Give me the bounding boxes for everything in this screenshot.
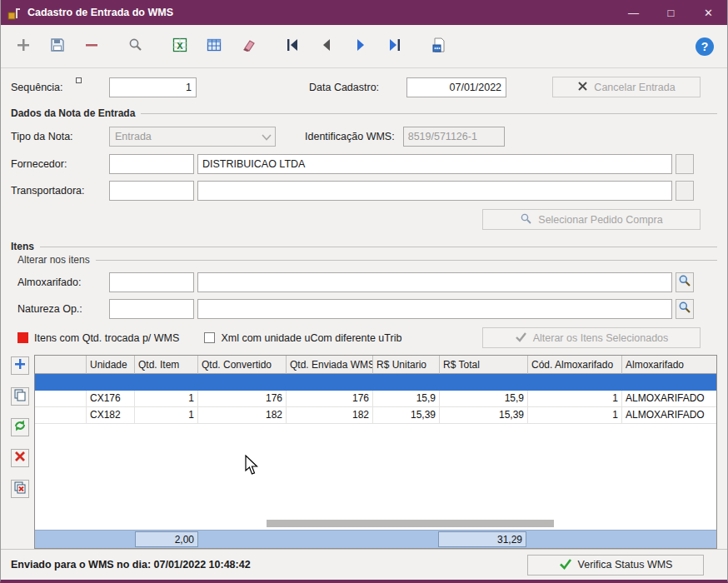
identificacao-wms-label: Identificação WMS: — [305, 131, 395, 142]
nav-last-button[interactable] — [384, 36, 406, 57]
almoxarifado-descricao-input[interactable] — [197, 272, 672, 292]
natureza-lookup-button[interactable] — [676, 299, 694, 319]
help-button[interactable]: ? — [694, 36, 716, 57]
cell-qtd-convertido[interactable]: 182 — [198, 407, 287, 424]
tipo-nota-select[interactable]: Entrada — [109, 127, 276, 147]
focus-marker — [76, 77, 82, 83]
nav-last-icon — [387, 37, 402, 56]
grid-header-qtd-item[interactable]: Qtd. Item — [135, 356, 198, 374]
eraser-button[interactable] — [237, 36, 259, 57]
grid-header-qtd-enviada[interactable]: Qtd. Enviada WMS — [287, 356, 373, 374]
grid-header-qtd-convertido[interactable]: Qtd. Convertido — [198, 356, 287, 374]
transportadora-codigo-input[interactable] — [109, 181, 194, 201]
fornecedor-lookup-button[interactable] — [676, 154, 694, 174]
fornecedor-codigo-input[interactable] — [109, 154, 194, 174]
delete-all-rows-button[interactable] — [11, 480, 29, 498]
verifica-status-wms-button[interactable]: Verifica Status WMS — [527, 555, 704, 576]
cell-total[interactable]: 15,9 — [440, 391, 528, 407]
row-selector-cell[interactable] — [35, 391, 87, 407]
search-small-icon — [520, 212, 532, 227]
cancelar-entrada-button[interactable]: Cancelar Entrada — [552, 77, 701, 97]
almoxarifado-codigo-input[interactable] — [109, 272, 194, 292]
alterar-itens-group-title: Alterar nos itens — [17, 254, 717, 266]
grid-selected-row[interactable] — [35, 374, 716, 391]
horizontal-scrollbar[interactable] — [267, 520, 554, 527]
delete-all-rows-icon — [13, 481, 27, 497]
cell-almoxarifado[interactable]: ALMOXARIFADO — [622, 407, 716, 424]
save-button[interactable] — [47, 36, 68, 57]
transportadora-lookup-button[interactable] — [676, 181, 694, 201]
add-row-button[interactable] — [11, 356, 29, 375]
natureza-codigo-input[interactable] — [109, 299, 194, 319]
cell-qtd-enviada[interactable]: 176 — [287, 391, 373, 407]
table-row[interactable]: CX176 1 176 176 15,9 15,9 1 ALMOXARIFADO — [35, 391, 716, 407]
cell-qtd-item[interactable]: 1 — [135, 407, 198, 424]
almoxarifado-lookup-button[interactable] — [676, 272, 694, 292]
delete-row-button[interactable] — [11, 449, 29, 467]
eraser-icon — [240, 37, 257, 57]
cell-qtd-enviada[interactable]: 182 — [287, 407, 373, 424]
grid-header-cod-almoxarifado[interactable]: Cód. Almoxarifado — [528, 356, 622, 374]
cell-unitario[interactable]: 15,9 — [373, 391, 440, 407]
data-cadastro-input[interactable] — [406, 77, 506, 97]
alterar-itens-button[interactable]: Alterar os Itens Selecionados — [482, 327, 701, 348]
natureza-descricao-input[interactable] — [197, 299, 672, 319]
cancel-x-icon — [577, 81, 588, 94]
items-grid[interactable]: Unidade Qtd. Item Qtd. Convertido Qtd. E… — [34, 355, 717, 549]
save-icon — [49, 37, 66, 57]
tipo-nota-value: Entrada — [115, 131, 262, 142]
sequencia-input[interactable] — [109, 77, 197, 97]
transportadora-nome-input[interactable] — [197, 181, 672, 201]
minimize-button[interactable]: — — [615, 0, 652, 25]
nav-prev-icon — [319, 37, 334, 56]
log-button[interactable] — [428, 36, 450, 57]
grid-header-total[interactable]: R$ Total — [440, 356, 528, 374]
nav-next-button[interactable] — [350, 36, 371, 57]
maximize-button[interactable]: □ — [652, 0, 690, 25]
cell-unidade[interactable]: CX182 — [87, 407, 135, 424]
add-button[interactable] — [12, 36, 34, 57]
selecionar-pedido-compra-button[interactable]: Selecionar Pedido Compra — [482, 209, 701, 230]
refresh-rows-button[interactable] — [11, 418, 29, 436]
grid-view-button[interactable] — [203, 36, 225, 57]
fornecedor-nome-input[interactable] — [197, 154, 672, 174]
cell-qtd-item[interactable]: 1 — [135, 391, 198, 407]
close-button[interactable]: ✕ — [690, 0, 727, 25]
table-row[interactable]: CX182 1 182 182 15,39 15,39 1 ALMOXARIFA… — [35, 407, 716, 424]
grid-header-unidade[interactable]: Unidade — [87, 356, 135, 374]
excel-export-button[interactable]: X — [169, 36, 191, 57]
natureza-op-label: Natureza Op.: — [17, 303, 109, 315]
grid-header-unitario[interactable]: R$ Unitario — [373, 356, 440, 374]
grid-header-row: Unidade Qtd. Item Qtd. Convertido Qtd. E… — [35, 356, 716, 374]
nav-prev-button[interactable] — [316, 36, 337, 57]
duplicate-row-icon — [13, 388, 27, 405]
check-gray-icon — [515, 331, 527, 345]
remove-button[interactable] — [81, 36, 102, 57]
nav-first-icon — [285, 37, 300, 56]
main-toolbar: X ? — [1, 25, 727, 68]
total-valor: 31,29 — [438, 531, 526, 547]
xml-ucom-checkbox[interactable] — [204, 332, 215, 343]
add-icon — [15, 37, 32, 57]
tipo-nota-row: Tipo da Nota: Entrada Identificação WMS: — [11, 127, 717, 147]
cell-almoxarifado[interactable]: ALMOXARIFADO — [622, 391, 716, 407]
row-selector-cell[interactable] — [35, 407, 87, 424]
form-content: Sequência: Data Cadastro: Cancelar Entra… — [1, 68, 727, 549]
cell-cod-almoxarifado[interactable]: 1 — [528, 407, 622, 424]
sequence-row: Sequência: Data Cadastro: Cancelar Entra… — [11, 77, 717, 97]
verifica-status-wms-label: Verifica Status WMS — [578, 559, 673, 571]
grid-header-almoxarifado[interactable]: Almoxarifado — [622, 356, 716, 374]
duplicate-row-button[interactable] — [11, 387, 29, 406]
grid-header-selector — [35, 356, 87, 374]
fornecedor-row: Fornecedor: — [11, 154, 717, 174]
cell-unidade[interactable]: CX176 — [87, 391, 135, 407]
search-button[interactable] — [125, 36, 147, 57]
cell-qtd-convertido[interactable]: 176 — [198, 391, 287, 407]
transportadora-row: Transportadora: — [11, 181, 717, 201]
cell-unitario[interactable]: 15,39 — [373, 407, 440, 424]
cell-cod-almoxarifado[interactable]: 1 — [528, 391, 622, 407]
legend-label: Itens com Qtd. trocada p/ WMS — [34, 332, 179, 344]
cell-total[interactable]: 15,39 — [440, 407, 528, 424]
nav-first-button[interactable] — [282, 36, 303, 57]
refresh-rows-icon — [13, 419, 27, 436]
